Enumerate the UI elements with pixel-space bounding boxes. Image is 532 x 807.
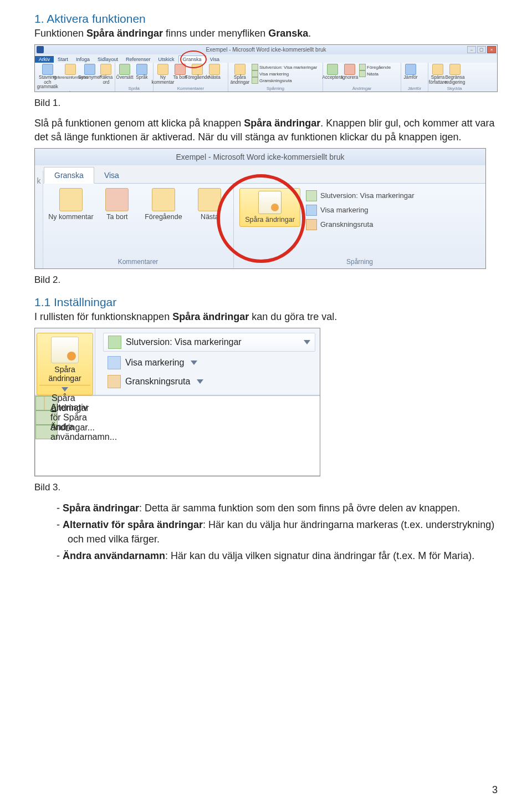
btn-rakna[interactable]: Räkna ord <box>99 64 113 84</box>
thesaurus-icon <box>84 64 95 75</box>
b2-lbl-tabort: Ta bort <box>106 214 127 221</box>
caption-bild2: Bild 2. <box>34 275 498 286</box>
translate-icon <box>119 64 130 75</box>
btn-referens[interactable]: Referensinformation <box>60 64 80 79</box>
b2-btn-nasta[interactable]: Nästa <box>192 188 228 221</box>
b2-lbl-spara: Spåra ändringar <box>245 216 295 224</box>
b3-line-visamark[interactable]: Visa markering <box>103 355 315 370</box>
b2-delete-comment-icon <box>105 188 129 211</box>
b2-tab-granska[interactable]: Granska <box>44 167 94 184</box>
prev-comment-icon <box>192 64 203 75</box>
glabel-kommentarer: Kommentarer <box>155 85 226 91</box>
delete-comment-icon <box>175 64 186 75</box>
page-number: 3 <box>492 784 498 796</box>
lbl-slutversion[interactable]: Slutversion: Visa markeringar <box>259 65 317 70</box>
showmarkup-icon <box>252 70 258 77</box>
bullet-list: Spåra ändringar: Detta är samma funktion… <box>34 501 498 563</box>
btn-synonym[interactable]: Synonymer <box>82 64 98 80</box>
intro-bold2: Granska <box>268 28 308 39</box>
tab-referenser[interactable]: Referenser <box>122 56 155 63</box>
lbl-begransa: Begränsa redigering <box>445 75 465 84</box>
b2-body: Ny kommentar Ta bort Föregående Nästa Ko… <box>35 184 485 268</box>
b3-dropdown-menu: Spåra ändringar Alternativ för Spåra änd… <box>35 395 320 476</box>
ribbon-body: Stavning och grammatik Referensinformati… <box>35 63 497 92</box>
b3-dropdown-arrow2-icon[interactable] <box>304 340 310 344</box>
lbl-visamark[interactable]: Visa markering <box>259 72 289 77</box>
b2-btn-spara-andringar[interactable]: Spåra ändringar <box>239 188 300 227</box>
lbl-accept: Acceptera <box>323 75 343 80</box>
tab-infoga[interactable]: Infoga <box>72 56 94 63</box>
btn-ny-kommentar[interactable]: Ny kommentar <box>155 64 171 84</box>
b2-finalmarkup-icon <box>306 190 317 201</box>
b3-menu-lbl3: Ändra användarnamn... <box>50 422 117 442</box>
b2-lbl-gransk[interactable]: Granskningsruta <box>320 220 373 229</box>
b3-btn-spara-andringar[interactable]: Spåra ändringar <box>37 333 93 395</box>
btn-acceptera[interactable]: Acceptera <box>325 64 340 80</box>
b3-dropdown-arrow-icon[interactable] <box>62 387 68 392</box>
tab-granska[interactable]: Granska <box>178 55 206 63</box>
language-icon <box>136 64 147 75</box>
b2-btn-fore[interactable]: Föregående <box>141 188 186 221</box>
lbl-prevchg[interactable]: Föregående <box>367 65 391 70</box>
tab-sidlayout[interactable]: Sidlayout <box>94 56 122 63</box>
tab-arkiv[interactable]: Arkiv <box>35 56 54 63</box>
window-controls: – ▢ × <box>467 46 496 53</box>
lbl-synonym: Synonymer <box>78 75 101 80</box>
intro-paragraph: Funktionen Spåra ändringar finns under m… <box>34 27 498 40</box>
btn-sprak[interactable]: Språk <box>134 64 150 80</box>
b3-line-gransk[interactable]: Granskningsruta <box>103 374 315 389</box>
paragraph-installningar: I rullisten för funktionsknappen Spåra ä… <box>34 310 498 323</box>
b2-lbl-slutversion[interactable]: Slutversion: Visa markeringar <box>320 191 415 200</box>
b2-group-kommentarer: Ny kommentar Ta bort Föregående Nästa Ko… <box>43 184 234 268</box>
tab-utskick[interactable]: Utskick <box>155 56 178 63</box>
btn-spara-andringar[interactable]: Spåra ändringar <box>230 64 250 84</box>
btn-jamfor[interactable]: Jämför <box>403 64 418 80</box>
para2-b1: Spåra ändringar <box>244 118 320 129</box>
lbl-fore: Föregående <box>185 75 209 80</box>
btn-foregaende[interactable]: Föregående <box>190 64 205 80</box>
btn-sparra[interactable]: Spärra författare <box>430 64 446 84</box>
tab-visa[interactable]: Visa <box>206 56 223 63</box>
tab-start[interactable]: Start <box>54 56 72 63</box>
screenshot-ribbon-zoom: Exempel - Microsoft Word icke-kommersiel… <box>34 148 486 269</box>
b2-titlebar: Exempel - Microsoft Word icke-kommersiel… <box>35 149 485 165</box>
b2-next-comment-icon <box>198 188 221 211</box>
accept-icon <box>327 64 338 75</box>
next-change-icon <box>359 70 366 77</box>
b3-menu-andra[interactable]: Ändra användarnamn... <box>35 425 58 439</box>
b2-track-changes-icon <box>258 191 282 214</box>
glabel-skydda: Skydda <box>430 85 479 91</box>
btn-begransa[interactable]: Begränsa redigering <box>447 64 463 84</box>
b2-prev-comment-icon <box>152 188 175 211</box>
b2-btn-tabort[interactable]: Ta bort <box>99 188 135 221</box>
close-icon[interactable]: × <box>487 46 496 53</box>
lbl-ignore: Ignorera <box>341 75 359 80</box>
wordcount-icon <box>100 64 111 75</box>
andringar-mini: Föregående Nästa <box>359 64 391 77</box>
lbl-nextchg[interactable]: Nästa <box>367 72 378 77</box>
para2-pre: Slå på funktionen genom att klicka på kn… <box>34 118 244 129</box>
b2-btn-nykomm[interactable]: Ny kommentar <box>48 188 94 221</box>
btn-nasta[interactable]: Nästa <box>207 64 222 80</box>
b2-tab-visa[interactable]: Visa <box>94 168 129 183</box>
bullet1-b: Spåra ändringar <box>63 503 139 514</box>
b3-line-slutversion[interactable]: Slutversion: Visa markeringar <box>103 333 315 352</box>
maximize-icon[interactable]: ▢ <box>477 46 486 53</box>
lbl-rakna: Räkna ord <box>99 75 113 84</box>
b3-right: Slutversion: Visa markeringar Visa marke… <box>95 328 320 395</box>
b2-glabel-kommentarer: Kommentarer <box>48 256 228 266</box>
b2-new-comment-icon <box>59 188 83 211</box>
minimize-icon[interactable]: – <box>467 46 476 53</box>
ribbon-tabs: Arkiv Start Infoga Sidlayout Referenser … <box>35 54 497 63</box>
lbl-gransk[interactable]: Granskningsruta <box>259 78 292 83</box>
word-logo-icon <box>37 46 44 53</box>
btn-ignorera[interactable]: Ignorera <box>342 64 357 80</box>
b3-reviewpane-icon <box>108 375 121 388</box>
b2-group-sparning: Spåra ändringar Slutversion: Visa marker… <box>234 184 485 268</box>
b3-showmarkup-icon <box>108 356 121 369</box>
lbl-jamfor: Jämför <box>403 75 417 80</box>
b2-lbl-visamark[interactable]: Visa markering <box>320 206 368 214</box>
b3-finalmarkup-icon <box>108 336 121 349</box>
restrict-icon <box>449 64 461 75</box>
btn-oversatt[interactable]: Översätt <box>117 64 132 80</box>
